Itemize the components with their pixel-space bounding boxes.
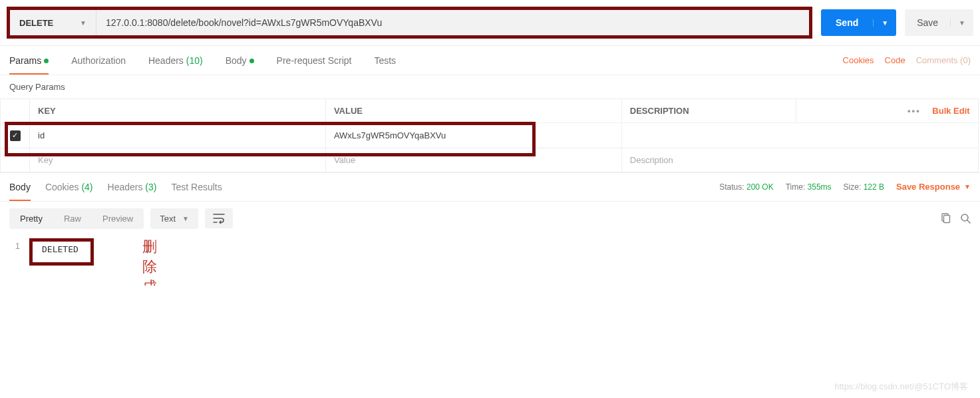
response-text: DELETED bbox=[29, 238, 94, 266]
col-actions: ••• Bulk Edit bbox=[796, 99, 978, 123]
tab-headers[interactable]: Headers (10) bbox=[148, 47, 203, 74]
line-number: 1 bbox=[9, 238, 29, 251]
col-value: VALUE bbox=[325, 99, 621, 123]
wrap-lines-button[interactable] bbox=[205, 208, 233, 228]
link-comments[interactable]: Comments (0) bbox=[916, 55, 971, 65]
tab-params[interactable]: Params bbox=[9, 47, 49, 74]
request-tabs-right: Cookies Code Comments (0) bbox=[843, 55, 971, 65]
link-cookies[interactable]: Cookies bbox=[843, 55, 874, 65]
more-icon[interactable]: ••• bbox=[907, 106, 921, 116]
url-input[interactable] bbox=[96, 10, 809, 35]
resp-tab-cookies[interactable]: Cookies (4) bbox=[45, 174, 93, 200]
request-tabs: Params Authorization Headers (10) Body P… bbox=[9, 47, 396, 74]
svg-line-3 bbox=[967, 220, 970, 223]
tab-body[interactable]: Body bbox=[226, 47, 254, 74]
resp-tab-body[interactable]: Body bbox=[9, 174, 31, 200]
wrap-icon bbox=[213, 213, 225, 224]
save-button-label: Save bbox=[905, 17, 950, 28]
param-value-input[interactable] bbox=[334, 155, 613, 165]
save-response-button[interactable]: Save Response ▼ bbox=[896, 182, 971, 192]
view-preview[interactable]: Preview bbox=[92, 208, 144, 229]
resp-tab-test-results[interactable]: Test Results bbox=[171, 174, 222, 200]
http-method-select[interactable]: DELETE ▼ bbox=[10, 10, 96, 35]
save-dropdown-icon[interactable]: ▼ bbox=[950, 19, 973, 27]
send-button-label: Send bbox=[821, 17, 873, 28]
bulk-edit-link[interactable]: Bulk Edit bbox=[932, 106, 969, 116]
param-desc-input[interactable] bbox=[630, 155, 970, 165]
status-value: 200 OK bbox=[746, 182, 774, 192]
tab-authorization[interactable]: Authorization bbox=[71, 47, 126, 74]
request-tabs-row: Params Authorization Headers (10) Body P… bbox=[0, 46, 980, 75]
dot-icon bbox=[44, 59, 49, 63]
view-raw[interactable]: Raw bbox=[53, 208, 92, 229]
time-value: 355ms bbox=[808, 182, 832, 192]
annotation-text: 删除成功 bbox=[142, 237, 157, 286]
param-row: ✓ bbox=[1, 123, 980, 148]
http-method-label: DELETE bbox=[19, 18, 53, 28]
checkbox-icon[interactable]: ✓ bbox=[10, 130, 21, 141]
view-mode-segmented: Pretty Raw Preview bbox=[9, 208, 144, 229]
param-row-empty bbox=[1, 148, 980, 172]
param-key-input[interactable] bbox=[38, 130, 317, 140]
send-button[interactable]: Send ▼ bbox=[821, 9, 896, 36]
col-key: KEY bbox=[30, 99, 326, 123]
method-url-wrap: DELETE ▼ bbox=[7, 7, 812, 39]
response-meta: Status: 200 OK Time: 355ms Size: 122 B S… bbox=[719, 182, 971, 192]
request-bar: DELETE ▼ Send ▼ Save ▼ bbox=[0, 0, 980, 46]
query-params-title: Query Params bbox=[0, 75, 980, 99]
param-desc-input[interactable] bbox=[630, 130, 970, 140]
tab-tests[interactable]: Tests bbox=[374, 47, 396, 74]
response-bar: Body Cookies (4) Headers (3) Test Result… bbox=[0, 172, 980, 202]
param-value-input[interactable] bbox=[334, 130, 613, 140]
response-tabs: Body Cookies (4) Headers (3) Test Result… bbox=[9, 174, 222, 200]
caret-down-icon: ▼ bbox=[80, 19, 86, 27]
view-controls: Pretty Raw Preview Text ▼ bbox=[0, 202, 980, 236]
col-description: DESCRIPTION bbox=[621, 99, 796, 123]
send-dropdown-icon[interactable]: ▼ bbox=[873, 19, 896, 27]
format-select[interactable]: Text ▼ bbox=[150, 208, 198, 229]
view-pretty[interactable]: Pretty bbox=[9, 208, 53, 229]
search-icon[interactable] bbox=[960, 213, 971, 224]
copy-icon[interactable] bbox=[940, 213, 951, 224]
caret-down-icon: ▼ bbox=[964, 183, 971, 190]
param-key-input[interactable] bbox=[38, 155, 317, 165]
link-code[interactable]: Code bbox=[885, 55, 905, 65]
tab-prerequest[interactable]: Pre-request Script bbox=[277, 47, 352, 74]
resp-tab-headers[interactable]: Headers (3) bbox=[108, 174, 157, 200]
size-value: 122 B bbox=[864, 182, 884, 192]
save-button[interactable]: Save ▼ bbox=[905, 9, 973, 36]
response-body: 1 DELETED 删除成功 bbox=[0, 236, 980, 286]
params-table: KEY VALUE DESCRIPTION ••• Bulk Edit ✓ bbox=[0, 99, 980, 172]
dot-icon bbox=[249, 59, 254, 63]
caret-down-icon: ▼ bbox=[182, 215, 189, 222]
svg-rect-1 bbox=[944, 216, 950, 223]
